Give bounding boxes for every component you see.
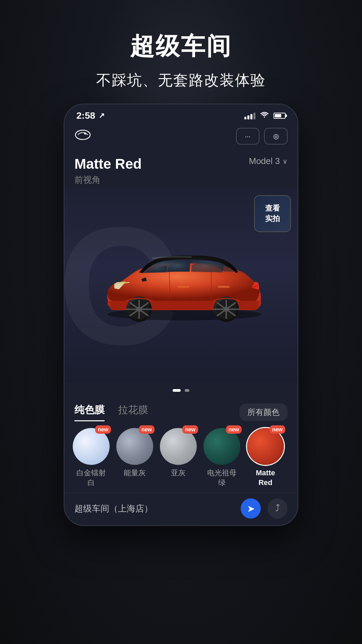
dot-1 (173, 389, 181, 392)
svg-point-0 (75, 130, 90, 140)
store-name: 超级车间（上海店） (74, 503, 153, 515)
new-badge: new (226, 425, 242, 434)
record-button[interactable]: ◎ (264, 128, 288, 145)
bottom-icons: ➤ ⤴ (241, 498, 288, 519)
swatch-label: 白金镭射 白 (76, 468, 106, 487)
new-badge: new (182, 425, 198, 434)
svg-rect-5 (178, 286, 189, 288)
share-icon: ⤴ (275, 503, 280, 514)
swatch-label: 电光祖母 绿 (207, 468, 237, 487)
navigation-icon: ➤ (247, 503, 255, 514)
page-title: 超级车间 (96, 30, 266, 62)
all-colors-button[interactable]: 所有颜色 (239, 404, 288, 421)
real-shot-thumbnail[interactable]: 查看 实拍 (254, 195, 291, 232)
color-swatches: new 白金镭射 白 new 能量灰 new 亚灰 new (64, 421, 298, 493)
swatch-label: 亚灰 (171, 468, 186, 478)
status-right (244, 111, 286, 120)
model-selector[interactable]: Model 3 ∨ (249, 156, 288, 166)
status-bar: 2:58 ↗ (64, 104, 298, 124)
svg-point-1 (84, 132, 86, 135)
swatch-label: 能量灰 (124, 468, 146, 478)
swatch-platinum-white[interactable]: new 白金镭射 白 (71, 428, 111, 487)
swatch-matte-red[interactable]: new Matte Red (245, 428, 286, 487)
film-tab-group: 纯色膜 拉花膜 (74, 403, 148, 421)
share-button[interactable]: ⤴ (267, 498, 288, 519)
new-badge: new (139, 425, 155, 434)
top-nav: ··· ◎ (64, 124, 298, 148)
page-subtitle: 不踩坑、无套路改装体验 (96, 70, 266, 90)
swatch-energy-gray[interactable]: new 能量灰 (115, 428, 155, 487)
car-image (87, 232, 275, 339)
swatch-ash-gray[interactable]: new 亚灰 (158, 428, 198, 487)
app-logo (74, 129, 91, 144)
new-badge: new (95, 425, 111, 434)
signal-bars-icon (244, 112, 255, 119)
car-display: 查看 实拍 (64, 189, 298, 383)
navigation-button[interactable]: ➤ (241, 498, 261, 519)
swatch-label: Matte Red (256, 468, 275, 487)
location-arrow-icon: ↗ (99, 111, 105, 120)
tab-solid-film[interactable]: 纯色膜 (74, 403, 105, 421)
nav-buttons: ··· ◎ (236, 128, 288, 145)
battery-icon (274, 113, 286, 119)
new-badge: new (269, 425, 285, 434)
tab-pattern-film[interactable]: 拉花膜 (118, 403, 148, 421)
phone-mockup: 2:58 ↗ (64, 104, 298, 526)
wifi-icon (260, 111, 269, 120)
svg-rect-6 (218, 286, 230, 288)
swatch-electric-teal[interactable]: new 电光祖母 绿 (202, 428, 242, 487)
page-dots (64, 383, 298, 398)
car-angle: 前视角 (74, 174, 142, 186)
chevron-down-icon: ∨ (283, 157, 288, 165)
more-button[interactable]: ··· (236, 128, 259, 145)
film-tabs: 纯色膜 拉花膜 所有颜色 (64, 398, 298, 421)
status-time: 2:58 ↗ (76, 110, 105, 121)
car-color-name: Matte Red (74, 156, 142, 172)
dot-2 (185, 389, 189, 392)
car-info-row: Matte Red 前视角 Model 3 ∨ (64, 148, 298, 189)
bottom-bar: 超级车间（上海店） ➤ ⤴ (64, 493, 298, 525)
